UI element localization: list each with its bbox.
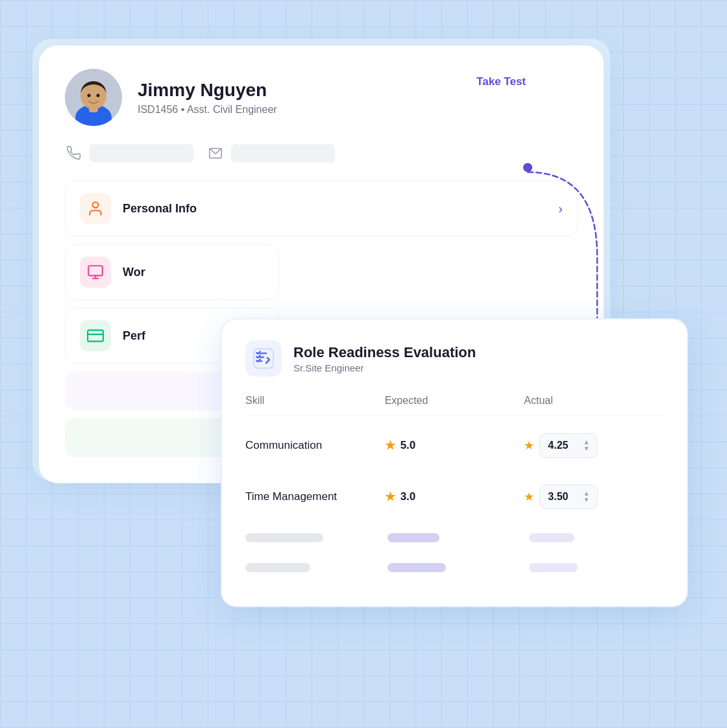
personal-info-label: Personal Info: [123, 202, 547, 216]
star-icon: ★: [385, 438, 395, 453]
svg-rect-11: [88, 330, 103, 341]
performance-icon: [80, 320, 111, 351]
email-contact: [206, 144, 335, 162]
placeholder-row-2: [245, 553, 663, 583]
placeholder-row-1: [245, 523, 663, 553]
stepper-arrows[interactable]: ▲ ▼: [583, 490, 589, 503]
ph-bar: [245, 563, 310, 572]
actual-time-management: ★ 3.50 ▲ ▼: [524, 484, 663, 509]
chevron-right-icon: ›: [558, 201, 563, 216]
employee-role: Asst. Civil Engineer: [187, 104, 277, 115]
star-icon: ★: [385, 490, 395, 504]
contact-row: [65, 144, 578, 162]
expected-value: 3.0: [400, 490, 416, 503]
role-separator: •: [181, 104, 187, 115]
ph-bar: [388, 533, 439, 542]
email-placeholder: [231, 144, 335, 162]
actual-star-icon: ★: [524, 438, 534, 453]
eval-subtitle: Sr.Site Engineer: [293, 362, 476, 373]
eval-table: Skill Expected Actual Communication ★ 5.…: [245, 395, 663, 583]
score-input-time[interactable]: 3.50 ▲ ▼: [539, 484, 598, 509]
ph-bar: [529, 533, 574, 542]
svg-rect-10: [88, 266, 103, 275]
profile-sub: ISD1456 • Asst. Civil Engineer: [138, 104, 578, 116]
svg-point-6: [88, 94, 91, 97]
actual-star-icon: ★: [524, 490, 534, 504]
score-value: 3.50: [548, 491, 568, 503]
table-row: Time Management ★ 3.0 ★ 3.50 ▲ ▼: [245, 471, 663, 523]
arrow-down-icon[interactable]: ▼: [583, 446, 589, 452]
ph-bar: [388, 563, 446, 572]
avatar: [65, 69, 122, 126]
personal-info-icon: [80, 193, 111, 224]
svg-rect-13: [254, 349, 273, 368]
actual-communication: ★ 4.25 ▲ ▼: [524, 433, 663, 458]
table-row: Communication ★ 5.0 ★ 4.25 ▲ ▼: [245, 420, 663, 471]
phone-icon: [65, 144, 83, 162]
svg-point-7: [97, 94, 100, 97]
eval-header: Role Readiness Evaluation Sr.Site Engine…: [245, 340, 663, 377]
col-skill: Skill: [245, 395, 385, 407]
work-icon: [80, 257, 111, 288]
expected-time-management: ★ 3.0: [385, 490, 524, 504]
col-expected: Expected: [385, 395, 524, 407]
expected-communication: ★ 5.0: [385, 438, 524, 453]
stepper-arrows[interactable]: ▲ ▼: [583, 439, 589, 452]
menu-item-work[interactable]: Wor: [65, 244, 279, 300]
skill-communication: Communication: [245, 439, 385, 452]
email-icon: [206, 144, 225, 162]
menu-item-personal-info[interactable]: Personal Info ›: [65, 181, 578, 236]
expected-value: 5.0: [400, 439, 416, 452]
ph-bar: [529, 563, 578, 572]
arrow-down-icon[interactable]: ▼: [583, 497, 589, 503]
eval-icon-wrap: [245, 340, 282, 377]
score-value: 4.25: [548, 440, 568, 451]
phone-contact: [65, 144, 193, 162]
skill-time-management: Time Management: [245, 490, 385, 503]
score-input-communication[interactable]: 4.25 ▲ ▼: [539, 433, 598, 458]
eval-title: Role Readiness Evaluation: [293, 344, 476, 361]
work-label: Wor: [123, 266, 264, 279]
phone-placeholder: [90, 144, 193, 162]
eval-card: Role Readiness Evaluation Sr.Site Engine…: [221, 318, 688, 607]
eval-title-group: Role Readiness Evaluation Sr.Site Engine…: [293, 344, 476, 373]
take-test-label[interactable]: Take Test: [476, 75, 526, 88]
table-header: Skill Expected Actual: [245, 395, 663, 416]
svg-point-0: [523, 163, 532, 172]
col-actual: Actual: [524, 395, 663, 407]
employee-id: ISD1456: [138, 104, 178, 115]
svg-point-9: [93, 202, 99, 208]
ph-bar: [245, 533, 323, 542]
profile-header: Jimmy Nguyen ISD1456 • Asst. Civil Engin…: [65, 69, 578, 126]
